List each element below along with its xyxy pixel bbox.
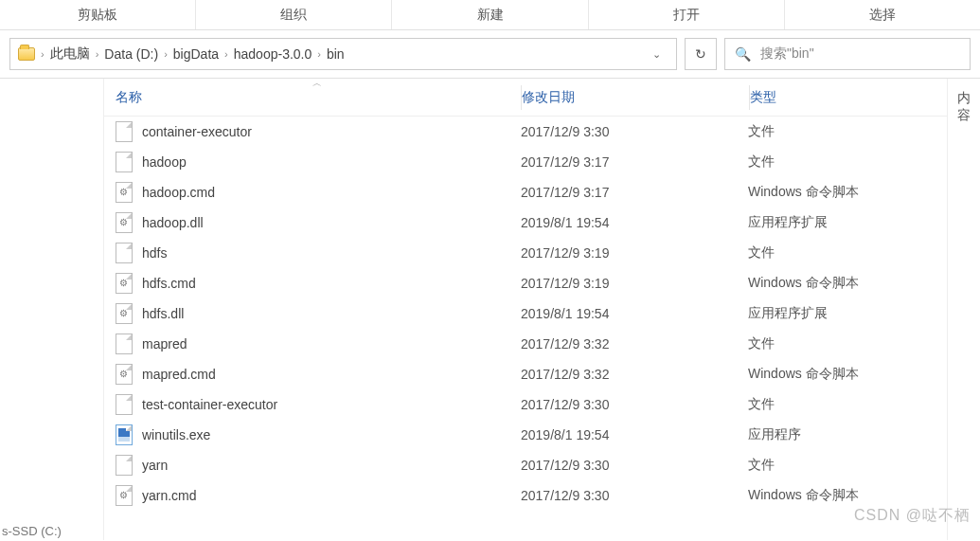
file-row[interactable]: hadoop2017/12/9 3:17文件 — [104, 147, 947, 177]
ribbon-tab-open[interactable]: 打开 — [589, 0, 785, 29]
file-type-cell: Windows 命令脚本 — [748, 487, 947, 504]
file-row[interactable]: hadoop.cmd2017/12/9 3:17Windows 命令脚本 — [104, 177, 947, 207]
crumb-hadoop[interactable]: hadoop-3.0.0 — [234, 46, 312, 62]
refresh-icon: ↻ — [695, 46, 706, 62]
file-name-cell: test-container-executor — [104, 394, 521, 415]
chevron-right-icon: › — [164, 48, 168, 60]
file-date-cell: 2019/8/1 19:54 — [521, 306, 748, 321]
chevron-right-icon: › — [41, 48, 45, 60]
file-name-cell: yarn — [104, 455, 521, 476]
file-type-cell: Windows 命令脚本 — [748, 275, 947, 292]
file-name-cell: hdfs — [104, 243, 521, 263]
preview-pane: 内容 — [947, 79, 980, 540]
file-date-cell: 2017/12/9 3:17 — [521, 154, 748, 170]
application-file-icon — [116, 424, 133, 445]
file-type-cell: 文件 — [748, 244, 947, 261]
column-header-date[interactable]: 修改日期 — [522, 89, 749, 106]
ribbon-tab-clipboard[interactable]: 剪贴板 — [0, 0, 196, 29]
file-name-cell: hadoop — [104, 152, 521, 172]
file-type-cell: Windows 命令脚本 — [748, 366, 947, 383]
file-row[interactable]: mapred.cmd2017/12/9 3:32Windows 命令脚本 — [104, 359, 947, 389]
address-bar-row: › 此电脑 › Data (D:) › bigData › hadoop-3.0… — [0, 30, 980, 79]
file-name-cell: hdfs.cmd — [104, 273, 521, 294]
file-name-label: hdfs.dll — [142, 306, 184, 321]
crumb-bigdata[interactable]: bigData — [173, 46, 219, 62]
file-row[interactable]: mapred2017/12/9 3:32文件 — [104, 329, 947, 359]
ribbon-tab-select[interactable]: 选择 — [785, 0, 980, 29]
file-row[interactable]: yarn2017/12/9 3:30文件 — [104, 450, 947, 480]
file-row[interactable]: hadoop.dll2019/8/1 19:54应用程序扩展 — [104, 207, 947, 238]
file-name-label: mapred.cmd — [142, 367, 216, 382]
search-icon: 🔍 — [735, 46, 751, 62]
file-row[interactable]: yarn.cmd2017/12/9 3:30Windows 命令脚本 — [104, 480, 947, 511]
file-list-pane: ︿ 名称 修改日期 类型 container-executor2017/12/9… — [104, 79, 947, 540]
gear-file-icon — [116, 485, 133, 506]
file-type-cell: 文件 — [748, 335, 947, 352]
crumb-this-pc[interactable]: 此电脑 — [50, 45, 90, 63]
chevron-right-icon: › — [96, 48, 99, 60]
blank-file-icon — [116, 121, 133, 142]
nav-tree-pane[interactable]: s-SSD (C:) — [0, 79, 104, 540]
file-row[interactable]: hdfs.dll2019/8/1 19:54应用程序扩展 — [104, 298, 947, 329]
ribbon-tab-new[interactable]: 新建 — [392, 0, 588, 29]
file-name-cell: yarn.cmd — [104, 485, 521, 506]
file-type-cell: 文件 — [748, 457, 947, 474]
chevron-right-icon: › — [224, 48, 228, 60]
gear-file-icon — [116, 212, 133, 233]
column-header-type[interactable]: 类型 — [750, 89, 947, 106]
file-date-cell: 2017/12/9 3:30 — [521, 488, 748, 503]
file-name-cell: hdfs.dll — [104, 303, 521, 324]
file-name-label: container-executor — [142, 124, 252, 139]
file-date-cell: 2017/12/9 3:32 — [521, 367, 748, 382]
file-name-label: hadoop.cmd — [142, 185, 215, 200]
nav-tree-item-ssd[interactable]: s-SSD (C:) — [2, 524, 62, 538]
file-name-label: mapred — [142, 336, 187, 352]
file-row[interactable]: hdfs.cmd2017/12/9 3:19Windows 命令脚本 — [104, 268, 947, 298]
blank-file-icon — [116, 243, 133, 263]
file-type-cell: 文件 — [748, 123, 947, 140]
file-name-label: hdfs — [142, 245, 167, 261]
file-name-cell: mapred.cmd — [104, 364, 521, 385]
folder-icon — [18, 47, 35, 61]
file-name-label: winutils.exe — [142, 427, 210, 442]
file-row[interactable]: hdfs2017/12/9 3:19文件 — [104, 238, 947, 268]
file-name-cell: container-executor — [104, 121, 521, 142]
gear-file-icon — [116, 303, 133, 324]
blank-file-icon — [116, 152, 133, 172]
file-name-cell: mapred — [104, 334, 521, 354]
crumb-bin[interactable]: bin — [327, 46, 345, 62]
file-date-cell: 2017/12/9 3:19 — [521, 245, 748, 261]
file-type-cell: 应用程序 — [748, 426, 947, 443]
file-name-cell: hadoop.dll — [104, 212, 521, 233]
file-date-cell: 2017/12/9 3:32 — [521, 336, 748, 352]
file-date-cell: 2017/12/9 3:30 — [521, 397, 748, 412]
column-header-name[interactable]: 名称 — [104, 89, 521, 106]
file-name-label: test-container-executor — [142, 397, 277, 412]
gear-file-icon — [116, 273, 133, 294]
search-placeholder: 搜索"bin" — [760, 45, 814, 63]
crumb-drive[interactable]: Data (D:) — [104, 46, 158, 62]
file-rows: container-executor2017/12/9 3:30文件hadoop… — [104, 117, 947, 511]
file-name-label: yarn — [142, 458, 168, 473]
refresh-button[interactable]: ↻ — [685, 38, 717, 70]
blank-file-icon — [116, 334, 133, 354]
file-name-label: hdfs.cmd — [142, 276, 196, 291]
chevron-right-icon: › — [317, 48, 321, 60]
gear-file-icon — [116, 182, 133, 203]
file-date-cell: 2017/12/9 3:17 — [521, 185, 748, 200]
file-date-cell: 2019/8/1 19:54 — [521, 215, 748, 230]
file-type-cell: 文件 — [748, 396, 947, 413]
search-input[interactable]: 🔍 搜索"bin" — [724, 38, 971, 70]
preview-pane-label: 内容 — [948, 79, 980, 135]
file-row[interactable]: test-container-executor2017/12/9 3:30文件 — [104, 389, 947, 420]
breadcrumb[interactable]: › 此电脑 › Data (D:) › bigData › hadoop-3.0… — [9, 38, 677, 70]
blank-file-icon — [116, 455, 133, 476]
file-row[interactable]: winutils.exe2019/8/1 19:54应用程序 — [104, 420, 947, 450]
file-name-label: yarn.cmd — [142, 488, 197, 503]
gear-file-icon — [116, 364, 133, 385]
ribbon-tab-organize[interactable]: 组织 — [196, 0, 392, 29]
file-name-cell: winutils.exe — [104, 424, 521, 445]
file-row[interactable]: container-executor2017/12/9 3:30文件 — [104, 117, 947, 147]
breadcrumb-dropdown-icon[interactable]: ⌄ — [645, 48, 668, 61]
blank-file-icon — [116, 394, 133, 415]
